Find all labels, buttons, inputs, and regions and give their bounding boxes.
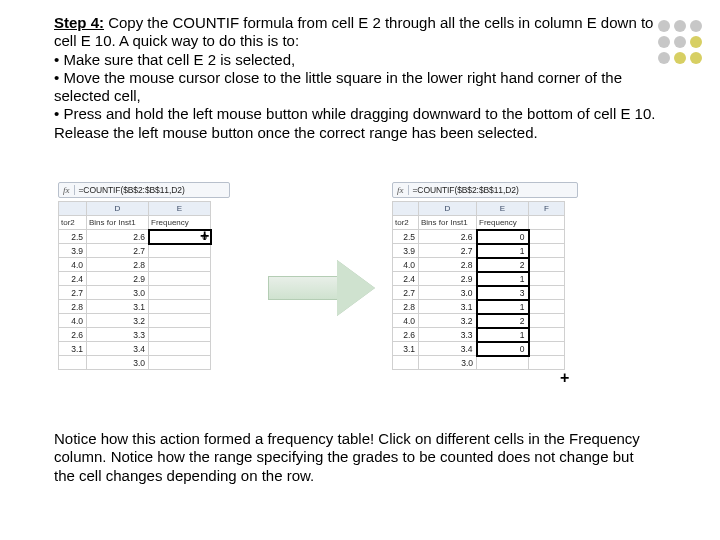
cell: 2.7 xyxy=(419,244,477,258)
cell xyxy=(529,342,565,356)
cell: 2.6 xyxy=(59,328,87,342)
bullet-3: • Press and hold the left mouse button w… xyxy=(54,105,664,142)
spreadsheet-after: fx =COUNTIF($B$2:$B$11,D2) D E F tor2 Bi… xyxy=(392,182,578,370)
col-blank xyxy=(393,202,419,216)
cell: 3.4 xyxy=(419,342,477,356)
cell xyxy=(477,356,529,370)
cell-range: 0 xyxy=(477,230,529,244)
cell xyxy=(529,230,565,244)
hdr-bins: Bins for Inst1 xyxy=(87,216,149,230)
cell xyxy=(149,356,211,370)
col-e: E xyxy=(477,202,529,216)
cell xyxy=(149,300,211,314)
outro-text: Notice how this action formed a frequenc… xyxy=(54,430,654,485)
formula-bar: fx =COUNTIF($B$2:$B$11,D2) xyxy=(58,182,230,198)
cell: 3.4 xyxy=(87,342,149,356)
cell: 2.6 xyxy=(393,328,419,342)
cell-range: 2 xyxy=(477,314,529,328)
intro-text: Copy the COUNTIF formula from cell E 2 t… xyxy=(54,14,653,49)
bullet-1: • Make sure that cell E 2 is selected, xyxy=(54,51,664,69)
step-label: Step 4: xyxy=(54,14,104,31)
cell-range: 1 xyxy=(477,300,529,314)
hdr-blank xyxy=(529,216,565,230)
cell: 3.0 xyxy=(87,356,149,370)
cell: 3.3 xyxy=(87,328,149,342)
cell: 2.7 xyxy=(87,244,149,258)
cell xyxy=(149,286,211,300)
fill-handle-cursor-icon: + xyxy=(560,370,569,386)
cell xyxy=(393,356,419,370)
cell: 2.4 xyxy=(59,272,87,286)
instruction-text: Step 4: Copy the COUNTIF formula from ce… xyxy=(54,14,664,142)
col-e: E xyxy=(149,202,211,216)
cell: 2.8 xyxy=(393,300,419,314)
cell: 2.5 xyxy=(393,230,419,244)
cell-range: 2 xyxy=(477,258,529,272)
col-d: D xyxy=(419,202,477,216)
formula-bar: fx =COUNTIF($B$2:$B$11,D2) xyxy=(392,182,578,198)
cell xyxy=(149,342,211,356)
cell: 2.6 xyxy=(419,230,477,244)
cell: 2.9 xyxy=(87,272,149,286)
cell: 2.8 xyxy=(59,300,87,314)
cell: 2.6 xyxy=(87,230,149,244)
cell: 2.4 xyxy=(393,272,419,286)
grid-left: D E tor2 Bins for Inst1 Frequency 2.52.6… xyxy=(58,201,211,370)
cell: 3.1 xyxy=(87,300,149,314)
cell xyxy=(59,356,87,370)
cell xyxy=(529,356,565,370)
hdr-tor2: tor2 xyxy=(59,216,87,230)
cell xyxy=(149,314,211,328)
cell xyxy=(529,300,565,314)
col-blank xyxy=(59,202,87,216)
cell-range: 1 xyxy=(477,328,529,342)
cell: 4.0 xyxy=(59,258,87,272)
cell: 4.0 xyxy=(393,314,419,328)
cell xyxy=(529,314,565,328)
cell xyxy=(529,244,565,258)
cell xyxy=(529,272,565,286)
cell: 3.9 xyxy=(59,244,87,258)
cell-range: 0 xyxy=(477,342,529,356)
cell xyxy=(149,328,211,342)
bullet-2: • Move the mouse cursor close to the lit… xyxy=(54,69,664,106)
cell: 3.9 xyxy=(393,244,419,258)
cell: 2.7 xyxy=(393,286,419,300)
fx-icon: fx xyxy=(393,185,409,195)
cell: 3.1 xyxy=(393,342,419,356)
fill-handle-cursor-icon: + xyxy=(200,228,209,244)
grid-right: D E F tor2 Bins for Inst1 Frequency 2.52… xyxy=(392,201,565,370)
cell: 3.0 xyxy=(87,286,149,300)
cell: 3.1 xyxy=(59,342,87,356)
cell xyxy=(149,272,211,286)
cell: 3.2 xyxy=(87,314,149,328)
cell xyxy=(149,258,211,272)
cell xyxy=(529,286,565,300)
cell: 3.3 xyxy=(419,328,477,342)
cell: 2.8 xyxy=(419,258,477,272)
cell xyxy=(529,328,565,342)
cell: 4.0 xyxy=(59,314,87,328)
decorative-dots xyxy=(658,20,702,64)
cell xyxy=(529,258,565,272)
cell-range: 1 xyxy=(477,272,529,286)
formula-text: =COUNTIF($B$2:$B$11,D2) xyxy=(75,185,189,195)
cell-range: 3 xyxy=(477,286,529,300)
cell xyxy=(149,244,211,258)
cell: 4.0 xyxy=(393,258,419,272)
spreadsheet-before: fx =COUNTIF($B$2:$B$11,D2) D E tor2 Bins… xyxy=(58,182,230,370)
formula-text: =COUNTIF($B$2:$B$11,D2) xyxy=(409,185,523,195)
cell: 2.9 xyxy=(419,272,477,286)
cell: 2.5 xyxy=(59,230,87,244)
col-f: F xyxy=(529,202,565,216)
cell: 2.8 xyxy=(87,258,149,272)
hdr-bins: Bins for Inst1 xyxy=(419,216,477,230)
cell: 3.2 xyxy=(419,314,477,328)
cell: 3.1 xyxy=(419,300,477,314)
col-d: D xyxy=(87,202,149,216)
cell: 3.0 xyxy=(419,286,477,300)
cell-range: 1 xyxy=(477,244,529,258)
fx-icon: fx xyxy=(59,185,75,195)
cell: 2.7 xyxy=(59,286,87,300)
hdr-freq: Frequency xyxy=(477,216,529,230)
